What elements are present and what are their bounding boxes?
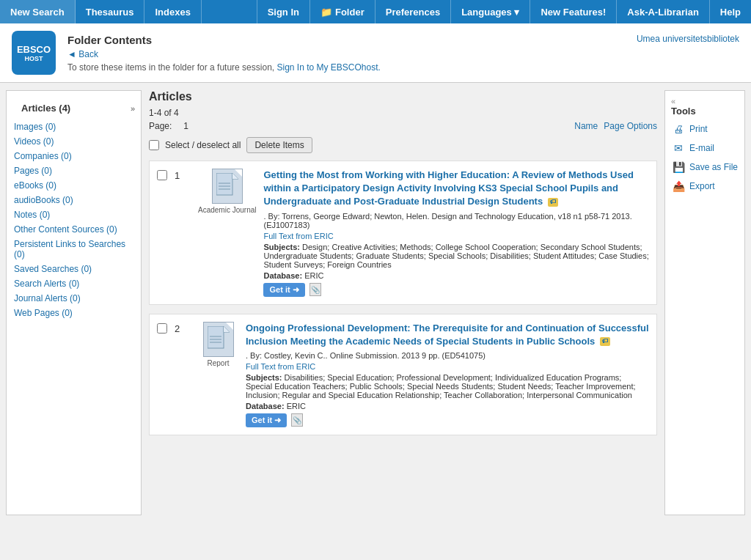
export-label: Export	[689, 181, 715, 191]
select-all-label: Select / deselect all	[165, 140, 241, 150]
nav-sign-in[interactable]: Sign In	[257, 0, 309, 23]
article-2-get-it-area: Get it ➜ 📎	[246, 413, 649, 427]
article-2-subjects: Subjects: Disabilities; Special Educatio…	[246, 373, 649, 399]
sidebar-item-saved-searches[interactable]: Saved Searches (0)	[7, 262, 141, 276]
nav-folder[interactable]: 📁 Folder	[309, 0, 375, 23]
article-2-type: Report	[207, 359, 229, 367]
page-info: Page: 1 Name Page Options	[149, 121, 657, 131]
export-icon: 📤	[671, 180, 686, 193]
page-options-btn[interactable]: Page Options	[604, 121, 657, 131]
article-1-flag-icon: 🏷	[548, 198, 558, 207]
email-tool[interactable]: ✉ E-mail	[671, 141, 739, 155]
article-1-get-it-btn[interactable]: Get it ➜	[263, 283, 304, 297]
email-label: E-mail	[689, 143, 714, 153]
nav-new-search[interactable]: New Search	[0, 0, 76, 23]
main-content: Articles (4) » Images (0) Videos (0) Com…	[0, 83, 751, 523]
svg-rect-0	[216, 173, 232, 195]
sidebar-item-persistent-links[interactable]: Persistent Links to Searches (0)	[7, 237, 141, 262]
sidebar-item-ebooks[interactable]: eBooks (0)	[7, 178, 141, 193]
nav-languages[interactable]: Languages ▾	[450, 0, 530, 23]
tools-panel: « Tools 🖨 Print ✉ E-mail 💾 Save as File …	[664, 90, 745, 515]
article-2-body: Ongoing Professional Development: The Pr…	[246, 322, 649, 427]
nav-indexes[interactable]: Indexes	[144, 0, 201, 23]
email-icon: ✉	[671, 141, 686, 155]
article-1-icon: Academic Journal	[198, 169, 256, 214]
article-2-title[interactable]: Ongoing Professional Development: The Pr…	[246, 322, 649, 348]
toolbar: Select / deselect all Delete Items	[149, 137, 657, 153]
print-icon: 🖨	[671, 122, 686, 136]
sidebar-item-other-content[interactable]: Other Content Sources (0)	[7, 222, 141, 237]
header-info: Folder Contents ◄ Back To store these it…	[67, 34, 625, 73]
page-label: Page:	[149, 121, 172, 131]
ebsco-logo: EBSCO HOST	[12, 31, 56, 75]
article-2-database: Database: ERIC	[246, 402, 649, 410]
sidebar-item-images[interactable]: Images (0)	[7, 119, 141, 134]
nav-preferences[interactable]: Preferences	[375, 0, 450, 23]
print-label: Print	[689, 124, 708, 134]
nav-thesaurus[interactable]: Thesaurus	[76, 0, 145, 23]
export-tool[interactable]: 📤 Export	[671, 180, 739, 193]
sidebar-item-journal-alerts[interactable]: Journal Alerts (0)	[7, 291, 141, 306]
article-1-type: Academic Journal	[198, 206, 256, 214]
article-2-flag-icon: 🏷	[600, 337, 610, 346]
nav-ask-librarian[interactable]: Ask-A-Librarian	[616, 0, 709, 23]
sidebar-collapse-btn[interactable]: »	[131, 104, 135, 113]
article-2-meta: . By: Costley, Kevin C.. Online Submissi…	[246, 351, 649, 360]
article-2-checkbox[interactable]	[157, 323, 167, 334]
article-1-get-it-area: Get it ➜ 📎	[263, 283, 649, 297]
folder-contents-title: Folder Contents	[67, 34, 625, 46]
sidebar-item-search-alerts[interactable]: Search Alerts (0)	[7, 276, 141, 291]
article-2-clip-icon[interactable]: 📎	[291, 413, 303, 427]
article-1-body: Getting the Most from Working with Highe…	[263, 169, 649, 297]
sidebar-item-audiobooks[interactable]: audioBooks (0)	[7, 193, 141, 207]
sign-in-link[interactable]: Sign In to My EBSCOhost.	[276, 62, 380, 73]
results-count: 1-4 of 4	[149, 108, 657, 118]
tools-collapse-btn[interactable]: «	[671, 97, 675, 106]
back-link[interactable]: ◄ Back	[67, 49, 625, 59]
article-item: 1 Academic Journal Getting the Mos	[149, 161, 657, 305]
header-description: To store these items in the folder for a…	[67, 62, 625, 73]
article-2-icon: Report	[198, 322, 238, 367]
save-as-file-tool[interactable]: 💾 Save as File	[671, 161, 739, 174]
content-area: Articles 1-4 of 4 Page: 1 Name Page Opti…	[142, 90, 664, 515]
sidebar-item-web-pages[interactable]: Web Pages (0)	[7, 306, 141, 320]
article-2-get-it-btn[interactable]: Get it ➜	[246, 413, 287, 427]
sort-name-btn[interactable]: Name	[574, 121, 598, 131]
article-1-checkbox[interactable]	[157, 170, 167, 180]
article-1-full-text-link[interactable]: Full Text from ERIC	[263, 232, 649, 240]
article-1-doc-icon	[212, 169, 243, 204]
print-tool[interactable]: 🖨 Print	[671, 122, 739, 136]
article-1-subjects: Subjects: Design; Creative Activities; M…	[263, 243, 649, 269]
sidebar: Articles (4) » Images (0) Videos (0) Com…	[6, 90, 142, 515]
article-1-num: 1	[175, 169, 191, 181]
article-2-full-text-link[interactable]: Full Text from ERIC	[246, 362, 649, 371]
nav-help[interactable]: Help	[709, 0, 751, 23]
sidebar-articles-header: Articles (4)	[14, 100, 78, 117]
arrow-icon: ➜	[274, 416, 281, 425]
article-2-doc-icon	[203, 322, 234, 357]
page-header: EBSCO HOST Folder Contents ◄ Back To sto…	[0, 23, 751, 83]
nav-new-features[interactable]: New Features!	[530, 0, 616, 23]
sidebar-item-notes[interactable]: Notes (0)	[7, 207, 141, 222]
page-number: 1	[183, 121, 188, 131]
sidebar-item-videos[interactable]: Videos (0)	[7, 134, 141, 149]
top-navigation: New Search Thesaurus Indexes Sign In 📁 F…	[0, 0, 751, 23]
save-as-file-label: Save as File	[689, 162, 738, 172]
article-2-num: 2	[175, 322, 191, 334]
delete-items-button[interactable]: Delete Items	[246, 137, 312, 153]
save-icon: 💾	[671, 161, 686, 174]
article-item: 2 Report Ongoing Professional Deve	[149, 314, 657, 435]
folder-icon: 📁	[320, 7, 332, 18]
svg-marker-8	[224, 326, 230, 332]
article-1-database: Database: ERIC	[263, 271, 649, 280]
svg-rect-6	[208, 326, 224, 348]
tools-title: Tools	[671, 106, 739, 117]
article-1-title[interactable]: Getting the Most from Working with Highe…	[263, 169, 649, 209]
sidebar-item-companies[interactable]: Companies (0)	[7, 149, 141, 163]
article-1-meta: . By: Torrens, George Edward; Newton, He…	[263, 212, 649, 229]
article-1-clip-icon[interactable]: 📎	[309, 283, 321, 296]
select-all-checkbox[interactable]	[149, 140, 159, 150]
content-title: Articles	[149, 90, 192, 103]
arrow-icon: ➜	[293, 285, 299, 295]
sidebar-item-pages[interactable]: Pages (0)	[7, 163, 141, 178]
